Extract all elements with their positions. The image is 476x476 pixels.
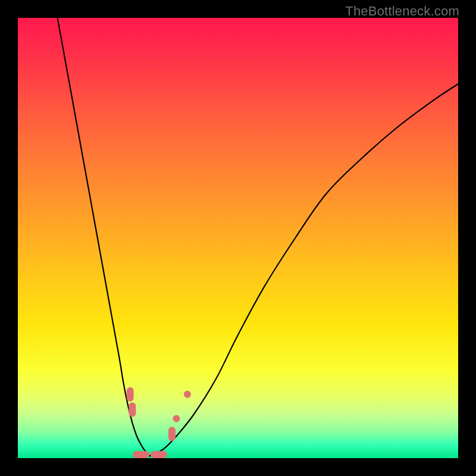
marker-right-top <box>184 391 191 398</box>
curves-svg <box>18 18 458 458</box>
left-branch-curve <box>58 18 150 456</box>
marker-floor-right <box>151 451 167 458</box>
marker-left-pair-bottom <box>129 403 136 417</box>
plot-area <box>18 18 458 458</box>
marker-left-pair-top <box>127 387 134 402</box>
markers-group <box>127 387 191 458</box>
watermark-text: TheBottleneck.com <box>345 4 459 19</box>
chart-frame: TheBottleneck.com <box>0 0 476 476</box>
marker-right-upper <box>173 415 180 422</box>
right-branch-curve <box>150 84 458 456</box>
marker-floor-left <box>133 451 149 458</box>
marker-right-lower <box>168 427 176 441</box>
